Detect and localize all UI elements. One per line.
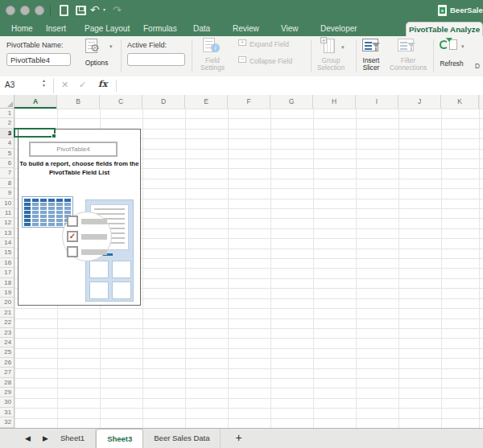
row-header-19[interactable]: 19 [0, 288, 14, 298]
row-header-17[interactable]: 17 [0, 268, 14, 277]
column-header-h[interactable]: H [313, 95, 356, 109]
column-header-c[interactable]: C [100, 95, 142, 109]
row-header-13[interactable]: 13 [0, 228, 14, 238]
row-header-3[interactable]: 3 [0, 129, 14, 138]
row-header-7[interactable]: 7 [0, 168, 14, 178]
name-box[interactable]: A3 [5, 80, 14, 89]
ribbon-tab-review[interactable]: Review [233, 23, 259, 36]
row-header-20[interactable]: 20 [0, 298, 14, 307]
ribbon-tab-view[interactable]: View [281, 23, 299, 36]
ribbon-tab-developer[interactable]: Developer [320, 23, 357, 36]
insert-slicer-button[interactable]: InsertSlicer [354, 57, 388, 72]
table-graphic-cell [24, 211, 31, 214]
row-header-28[interactable]: 28 [0, 378, 14, 388]
table-graphic-cell [32, 219, 39, 222]
row-header-22[interactable]: 22 [0, 318, 14, 327]
worksheet-grid: ABCDEFGHIJK 1234567891011121314151617181… [0, 95, 483, 428]
options-button[interactable]: Options [79, 60, 114, 67]
confirm-entry-icon[interactable]: ✓ [79, 80, 86, 90]
row-header-14[interactable]: 14 [0, 238, 14, 248]
select-all-corner[interactable] [0, 95, 14, 109]
ribbon-tab-data[interactable]: Data [193, 23, 210, 36]
previous-sheet-icon[interactable]: ◀ [25, 434, 31, 443]
column-header-g[interactable]: G [270, 95, 313, 109]
row-header-8[interactable]: 8 [0, 179, 14, 188]
new-document-icon[interactable] [60, 5, 68, 16]
column-header-f[interactable]: F [228, 95, 270, 109]
sheet-tab-sheet1[interactable]: Sheet1 [50, 429, 96, 448]
row-header-6[interactable]: 6 [0, 158, 14, 168]
zoom-window-button[interactable] [35, 6, 44, 15]
field-settings-button: FieldSettings [193, 57, 232, 72]
column-header-k[interactable]: K [441, 95, 479, 109]
row-header-21[interactable]: 21 [0, 308, 14, 318]
pivottable-name-input[interactable] [6, 53, 71, 66]
cancel-entry-icon[interactable]: ✕ [61, 80, 68, 90]
ribbon-tab-insert[interactable]: Insert [46, 23, 66, 36]
sheet-tabs: Sheet1Sheet3Beer Sales Data+ [50, 429, 249, 448]
sheet-tab-bar: ◀ ▶ Sheet1Sheet3Beer Sales Data+ [0, 428, 483, 448]
checked-checkbox-icon: ✓ [67, 231, 78, 242]
row-header-23[interactable]: 23 [0, 328, 14, 338]
save-icon[interactable] [76, 6, 86, 15]
row-header-9[interactable]: 9 [0, 188, 14, 198]
formula-bar-divider [53, 78, 54, 93]
row-header-31[interactable]: 31 [0, 408, 14, 417]
refresh-arrowhead-icon[interactable] [446, 38, 452, 42]
row-header-29[interactable]: 29 [0, 388, 14, 397]
stepper-down-icon[interactable]: ▼ [42, 83, 46, 88]
column-header-b[interactable]: B [57, 95, 100, 109]
row-header-32[interactable]: 32 [0, 417, 14, 427]
column-header-d[interactable]: D [142, 95, 185, 109]
sheet-tab-sheet3[interactable]: Sheet3 [96, 429, 143, 448]
row-header-16[interactable]: 16 [0, 258, 14, 268]
row-header-24[interactable]: 24 [0, 338, 14, 347]
table-graphic-cell [32, 199, 39, 202]
fill-handle[interactable] [52, 134, 56, 138]
active-field-input[interactable] [127, 53, 185, 66]
table-graphic-cell [24, 199, 31, 202]
area-square [89, 261, 109, 278]
undo-dropdown-caret-icon[interactable]: ▾ [103, 6, 105, 12]
add-sheet-button[interactable]: + [229, 429, 248, 448]
row-header-11[interactable]: 11 [0, 208, 14, 218]
row-header-4[interactable]: 4 [0, 138, 14, 148]
table-graphic-cell [64, 203, 71, 206]
row-header-1[interactable]: 1 [0, 109, 14, 118]
options-dropdown-caret-icon[interactable]: ▾ [109, 43, 113, 50]
undo-icon[interactable]: ↶ [90, 2, 100, 17]
row-header-5[interactable]: 5 [0, 149, 14, 158]
column-header-j[interactable]: J [398, 95, 441, 109]
selected-cell-a3[interactable] [14, 128, 56, 138]
row-header-18[interactable]: 18 [0, 278, 14, 288]
close-window-button[interactable] [6, 6, 15, 15]
row-header-25[interactable]: 25 [0, 347, 14, 357]
ribbon-tab-page-layout[interactable]: Page Layout [85, 23, 130, 36]
column-header-i[interactable]: I [356, 95, 398, 109]
redo-icon[interactable]: ↷ [113, 3, 122, 18]
row-header-12[interactable]: 12 [0, 218, 14, 228]
row-header-26[interactable]: 26 [0, 358, 14, 368]
name-box-stepper[interactable]: ▲ ▼ [42, 78, 46, 88]
minimize-window-button[interactable] [20, 6, 30, 15]
ribbon-tab-formulas[interactable]: Formulas [143, 23, 177, 36]
next-sheet-icon[interactable]: ▶ [43, 434, 48, 443]
refresh-button[interactable]: Refresh [433, 60, 470, 68]
row-header-10[interactable]: 10 [0, 199, 14, 208]
table-graphic-cell [32, 215, 39, 218]
ribbon-tab-pivottable-analyze[interactable]: PivotTable Analyze [406, 22, 483, 36]
gear-icon[interactable]: ⚙ [90, 42, 100, 54]
row-header-2[interactable]: 2 [0, 118, 14, 128]
column-header-a[interactable]: A [14, 95, 57, 109]
column-header-e[interactable]: E [185, 95, 228, 109]
row-header-15[interactable]: 15 [0, 248, 14, 257]
insert-function-icon[interactable]: fx [98, 79, 107, 89]
row-header-30[interactable]: 30 [0, 397, 14, 407]
table-graphic-cell [56, 223, 63, 226]
row-header-27[interactable]: 27 [0, 368, 14, 377]
refresh-dropdown-caret-icon[interactable]: ▾ [461, 43, 464, 50]
sheet-tab-beer-sales-data[interactable]: Beer Sales Data [143, 429, 221, 448]
ribbon-tab-home[interactable]: Home [11, 23, 33, 36]
table-graphic-cell [48, 203, 55, 206]
table-graphic-cell [24, 223, 31, 226]
